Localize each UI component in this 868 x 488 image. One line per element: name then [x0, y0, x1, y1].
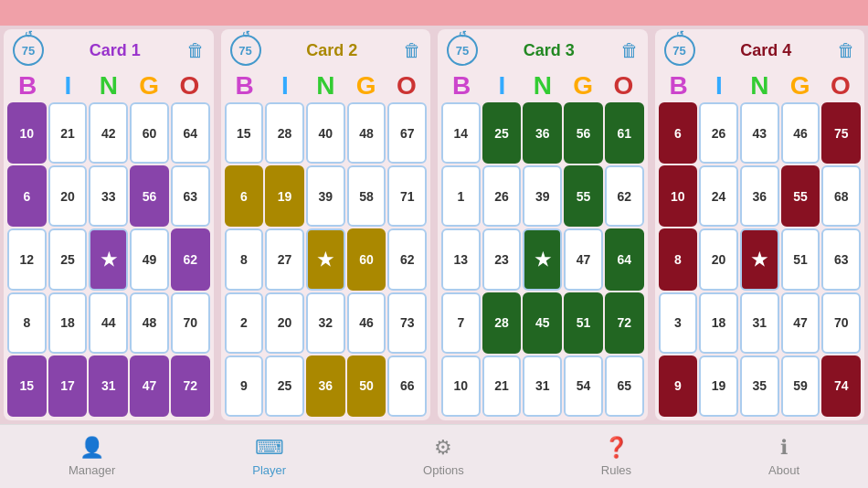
bingo-cell-2-4-4[interactable]: 46 — [347, 292, 386, 354]
bingo-cell-2-1-2[interactable]: 28 — [265, 102, 304, 164]
bingo-cell-1-4-2[interactable]: 18 — [48, 292, 88, 354]
bingo-cell-3-5-3[interactable]: 31 — [523, 355, 562, 417]
bingo-cell-4-5-2[interactable]: 19 — [699, 355, 738, 417]
bingo-cell-3-5-1[interactable]: 10 — [441, 355, 481, 417]
bingo-cell-1-3-2[interactable]: 25 — [48, 228, 88, 290]
bingo-cell-1-5-1[interactable]: 15 — [7, 355, 47, 417]
bingo-cell-4-1-2[interactable]: 26 — [699, 102, 738, 164]
bingo-cell-3-2-5[interactable]: 62 — [605, 165, 644, 227]
bingo-cell-1-1-5[interactable]: 64 — [171, 102, 210, 164]
bingo-cell-4-4-4[interactable]: 47 — [781, 292, 820, 354]
bingo-cell-3-1-2[interactable]: 25 — [482, 102, 522, 164]
bingo-cell-4-2-1[interactable]: 10 — [659, 165, 698, 227]
bingo-cell-4-1-4[interactable]: 46 — [781, 102, 820, 164]
bingo-cell-2-2-5[interactable]: 71 — [387, 165, 427, 227]
bingo-cell-3-1-1[interactable]: 14 — [441, 102, 481, 164]
bingo-cell-3-1-5[interactable]: 61 — [605, 102, 644, 164]
bingo-cell-4-3-2[interactable]: 20 — [699, 228, 738, 290]
bingo-cell-1-1-3[interactable]: 42 — [89, 102, 128, 164]
bingo-cell-3-3-3[interactable]: ★ — [523, 228, 562, 290]
bingo-cell-1-4-5[interactable]: 70 — [171, 292, 210, 354]
nav-item-about[interactable]: ℹAbout — [768, 436, 799, 477]
bingo-cell-2-2-3[interactable]: 39 — [306, 165, 345, 227]
bingo-cell-1-3-5[interactable]: 62 — [171, 228, 210, 290]
bingo-cell-2-4-1[interactable]: 2 — [225, 292, 264, 354]
nav-item-manager[interactable]: 👤Manager — [69, 436, 115, 477]
nav-item-options[interactable]: ⚙Options — [423, 436, 464, 477]
bingo-cell-1-2-1[interactable]: 6 — [7, 165, 47, 227]
bingo-cell-3-3-5[interactable]: 64 — [605, 228, 644, 290]
bingo-cell-3-4-1[interactable]: 7 — [441, 292, 481, 354]
bingo-cell-2-3-4[interactable]: 60 — [347, 228, 386, 290]
bingo-cell-3-5-2[interactable]: 21 — [482, 355, 522, 417]
bingo-cell-2-2-4[interactable]: 58 — [347, 165, 386, 227]
bingo-cell-3-4-5[interactable]: 72 — [605, 292, 644, 354]
bingo-cell-4-4-5[interactable]: 70 — [821, 292, 861, 354]
bingo-cell-1-1-1[interactable]: 10 — [7, 102, 47, 164]
nav-item-rules[interactable]: ❓Rules — [601, 436, 631, 477]
bingo-cell-2-5-5[interactable]: 66 — [387, 355, 427, 417]
bingo-cell-4-5-5[interactable]: 74 — [821, 355, 861, 417]
bingo-cell-4-1-5[interactable]: 75 — [821, 102, 861, 164]
bingo-cell-3-4-4[interactable]: 51 — [564, 292, 603, 354]
bingo-cell-1-2-4[interactable]: 56 — [130, 165, 169, 227]
bingo-cell-3-3-2[interactable]: 23 — [482, 228, 522, 290]
trash-icon-1[interactable]: 🗑 — [186, 40, 205, 61]
bingo-cell-4-3-1[interactable]: 8 — [659, 228, 698, 290]
bingo-cell-1-4-3[interactable]: 44 — [89, 292, 128, 354]
bingo-cell-1-5-4[interactable]: 47 — [130, 355, 169, 417]
bingo-cell-1-1-2[interactable]: 21 — [48, 102, 88, 164]
bingo-cell-2-1-5[interactable]: 67 — [387, 102, 427, 164]
bingo-cell-2-4-5[interactable]: 73 — [387, 292, 427, 354]
bingo-cell-4-4-1[interactable]: 3 — [659, 292, 698, 354]
bingo-cell-1-3-4[interactable]: 49 — [130, 228, 169, 290]
bingo-cell-2-5-4[interactable]: 50 — [347, 355, 386, 417]
bingo-cell-1-1-4[interactable]: 60 — [130, 102, 169, 164]
card-counter-1[interactable]: 75 — [13, 35, 44, 66]
card-counter-3[interactable]: 75 — [447, 35, 478, 66]
bingo-cell-1-4-4[interactable]: 48 — [130, 292, 169, 354]
trash-icon-2[interactable]: 🗑 — [403, 40, 421, 61]
bingo-cell-4-5-3[interactable]: 35 — [740, 355, 779, 417]
bingo-cell-3-2-1[interactable]: 1 — [441, 165, 481, 227]
trash-icon-3[interactable]: 🗑 — [620, 40, 639, 61]
bingo-cell-4-3-5[interactable]: 63 — [821, 228, 861, 290]
bingo-cell-1-5-5[interactable]: 72 — [171, 355, 210, 417]
bingo-cell-3-4-2[interactable]: 28 — [482, 292, 522, 354]
bingo-cell-4-2-5[interactable]: 68 — [821, 165, 861, 227]
bingo-cell-3-3-1[interactable]: 13 — [441, 228, 481, 290]
bingo-cell-2-1-3[interactable]: 40 — [306, 102, 345, 164]
bingo-cell-4-2-3[interactable]: 36 — [740, 165, 779, 227]
bingo-cell-3-3-4[interactable]: 47 — [564, 228, 603, 290]
bingo-cell-3-5-5[interactable]: 65 — [605, 355, 644, 417]
bingo-cell-4-2-2[interactable]: 24 — [699, 165, 738, 227]
bingo-cell-3-2-4[interactable]: 55 — [564, 165, 603, 227]
bingo-cell-4-5-4[interactable]: 59 — [781, 355, 820, 417]
bingo-cell-1-2-3[interactable]: 33 — [89, 165, 128, 227]
bingo-cell-2-2-2[interactable]: 19 — [265, 165, 304, 227]
bingo-cell-2-3-1[interactable]: 8 — [225, 228, 264, 290]
bingo-cell-2-4-2[interactable]: 20 — [265, 292, 304, 354]
bingo-cell-1-4-1[interactable]: 8 — [7, 292, 47, 354]
bingo-cell-3-2-2[interactable]: 26 — [482, 165, 522, 227]
bingo-cell-2-5-2[interactable]: 25 — [265, 355, 304, 417]
bingo-cell-2-3-5[interactable]: 62 — [387, 228, 427, 290]
card-counter-2[interactable]: 75 — [230, 35, 261, 66]
nav-item-player[interactable]: ⌨Player — [252, 436, 286, 477]
bingo-cell-1-5-2[interactable]: 17 — [48, 355, 88, 417]
bingo-cell-3-1-4[interactable]: 56 — [564, 102, 603, 164]
bingo-cell-4-5-1[interactable]: 9 — [659, 355, 698, 417]
bingo-cell-4-1-1[interactable]: 6 — [659, 102, 698, 164]
bingo-cell-4-2-4[interactable]: 55 — [781, 165, 820, 227]
bingo-cell-2-3-3[interactable]: ★ — [306, 228, 345, 290]
bingo-cell-4-4-3[interactable]: 31 — [740, 292, 779, 354]
card-counter-4[interactable]: 75 — [664, 35, 695, 66]
bingo-cell-1-3-3[interactable]: ★ — [89, 228, 128, 290]
bingo-cell-2-4-3[interactable]: 32 — [306, 292, 345, 354]
bingo-cell-1-3-1[interactable]: 12 — [7, 228, 47, 290]
bingo-cell-1-2-5[interactable]: 63 — [171, 165, 210, 227]
trash-icon-4[interactable]: 🗑 — [837, 40, 855, 61]
bingo-cell-2-1-4[interactable]: 48 — [347, 102, 386, 164]
bingo-cell-2-5-3[interactable]: 36 — [306, 355, 345, 417]
bingo-cell-2-3-2[interactable]: 27 — [265, 228, 304, 290]
